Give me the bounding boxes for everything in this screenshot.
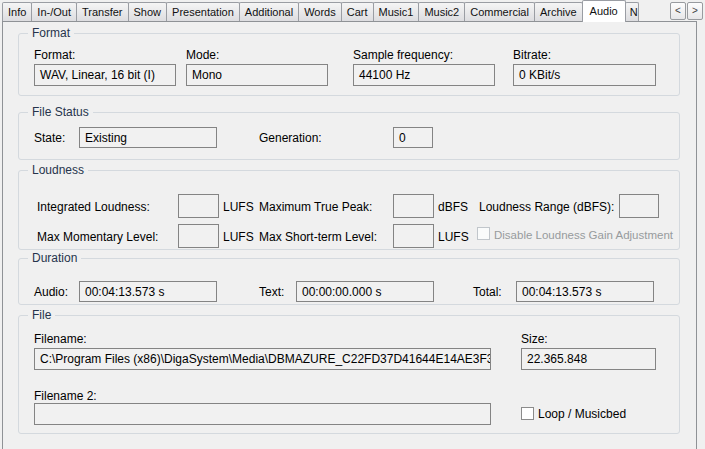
format-field[interactable]: WAV, Linear, 16 bit (I)	[34, 64, 176, 86]
disable-loudness-gain-checkbox	[477, 227, 490, 240]
bitrate-field[interactable]: 0 KBit/s	[513, 64, 656, 86]
tab-bar: Info In-/Out Transfer Show Presentation …	[2, 0, 667, 22]
max-short-term-level-field[interactable]	[393, 224, 434, 248]
format-group-title: Format	[28, 26, 74, 40]
integrated-loudness-field[interactable]	[178, 194, 219, 218]
duration-group-title: Duration	[28, 251, 81, 265]
sample-frequency-field[interactable]: 44100 Hz	[353, 64, 495, 86]
generation-field[interactable]: 0	[393, 127, 433, 148]
filename-field[interactable]: C:\Program Files (x86)\DigaSystem\Media\…	[34, 348, 491, 370]
integrated-loudness-label: Integrated Loudness:	[37, 200, 150, 214]
max-true-peak-field[interactable]	[393, 194, 434, 218]
max-short-term-level-unit: LUFS	[438, 230, 469, 244]
tab-show[interactable]: Show	[128, 2, 168, 21]
state-label: State:	[34, 131, 65, 145]
loop-musicbed-label: Loop / Musicbed	[538, 407, 626, 421]
tab-additional[interactable]: Additional	[239, 2, 299, 21]
duration-text-label: Text:	[259, 285, 284, 299]
tab-scroll-buttons: < >	[670, 2, 703, 20]
tab-scroll-left-button[interactable]: <	[670, 2, 686, 20]
loudness-range-field[interactable]	[619, 194, 659, 218]
integrated-loudness-unit: LUFS	[223, 200, 254, 214]
max-true-peak-label: Maximum True Peak:	[259, 200, 372, 214]
size-field[interactable]: 22.365.848	[521, 348, 656, 370]
max-momentary-level-field[interactable]	[178, 224, 219, 248]
mode-field[interactable]: Mono	[186, 64, 328, 86]
max-true-peak-unit: dBFS	[438, 200, 468, 214]
loop-musicbed-checkbox[interactable]	[521, 407, 534, 420]
filename2-field[interactable]	[34, 403, 491, 425]
tab-info[interactable]: Info	[2, 2, 32, 21]
duration-text-field[interactable]: 00:00:00.000 s	[296, 281, 434, 302]
max-momentary-level-label: Max Momentary Level:	[37, 230, 158, 244]
duration-audio-field[interactable]: 00:04:13.573 s	[79, 281, 217, 302]
generation-label: Generation:	[259, 131, 322, 145]
duration-total-label: Total:	[473, 285, 502, 299]
state-field[interactable]: Existing	[79, 127, 217, 148]
bitrate-label: Bitrate:	[513, 48, 551, 62]
tab-transfer[interactable]: Transfer	[76, 2, 129, 21]
loudness-group: Loudness Integrated Loudness: LUFS Maxim…	[18, 170, 680, 250]
loudness-group-title: Loudness	[28, 163, 88, 177]
tab-in-out[interactable]: In-/Out	[31, 2, 77, 21]
tab-presentation[interactable]: Presentation	[166, 2, 240, 21]
file-group-title: File	[28, 308, 55, 322]
tab-scroll-right-button[interactable]: >	[687, 2, 703, 20]
tab-overflow-clipped[interactable]: N	[625, 2, 639, 21]
filename2-label: Filename 2:	[34, 389, 97, 403]
tab-archive[interactable]: Archive	[534, 2, 583, 21]
filename-label: Filename:	[34, 332, 87, 346]
file-status-group: File Status State: Existing Generation: …	[18, 112, 680, 160]
file-status-group-title: File Status	[28, 105, 93, 119]
tab-music1[interactable]: Music1	[373, 2, 420, 21]
disable-loudness-gain-label: Disable Loudness Gain Adjustment	[494, 228, 673, 242]
duration-total-field[interactable]: 00:04:13.573 s	[516, 281, 654, 302]
size-label: Size:	[521, 332, 548, 346]
max-short-term-level-label: Max Short-term Level:	[259, 230, 377, 244]
tab-cart[interactable]: Cart	[341, 2, 374, 21]
tab-commercial[interactable]: Commercial	[464, 2, 535, 21]
tab-words[interactable]: Words	[298, 2, 342, 21]
format-group: Format Format: Mode: Sample frequency: B…	[18, 33, 680, 96]
tab-audio[interactable]: Audio	[582, 0, 626, 22]
mode-label: Mode:	[186, 48, 219, 62]
tab-music2[interactable]: Music2	[418, 2, 465, 21]
max-momentary-level-unit: LUFS	[223, 230, 254, 244]
format-label: Format:	[34, 48, 75, 62]
audio-properties-page: Info In-/Out Transfer Show Presentation …	[0, 0, 705, 449]
duration-audio-label: Audio:	[34, 285, 68, 299]
duration-group: Duration Audio: 00:04:13.573 s Text: 00:…	[18, 258, 680, 305]
loudness-range-label: Loudness Range (dBFS):	[479, 200, 614, 214]
sample-frequency-label: Sample frequency:	[353, 48, 453, 62]
file-group: File Filename: C:\Program Files (x86)\Di…	[18, 315, 680, 434]
